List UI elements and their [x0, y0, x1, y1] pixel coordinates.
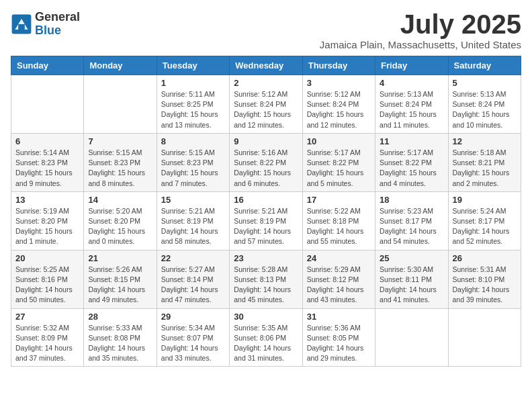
calendar-week-2: 6Sunrise: 5:14 AMSunset: 8:23 PMDaylight…: [11, 133, 521, 191]
calendar-cell: 19Sunrise: 5:24 AMSunset: 8:17 PMDayligh…: [448, 191, 521, 250]
day-detail: Sunrise: 5:18 AMSunset: 8:21 PMDaylight:…: [453, 148, 517, 189]
day-number: 10: [307, 136, 371, 146]
calendar-cell: 28Sunrise: 5:33 AMSunset: 8:08 PMDayligh…: [84, 308, 157, 367]
page-header: General Blue July 2025 Jamaica Plain, Ma…: [11, 11, 521, 50]
day-detail: Sunrise: 5:19 AMSunset: 8:20 PMDaylight:…: [15, 206, 79, 247]
calendar-cell: 5Sunrise: 5:13 AMSunset: 8:24 PMDaylight…: [448, 75, 521, 134]
day-detail: Sunrise: 5:23 AMSunset: 8:17 PMDaylight:…: [380, 206, 443, 247]
calendar-week-4: 20Sunrise: 5:25 AMSunset: 8:16 PMDayligh…: [11, 250, 521, 308]
day-number: 15: [161, 195, 225, 205]
day-detail: Sunrise: 5:22 AMSunset: 8:18 PMDaylight:…: [307, 206, 371, 247]
day-number: 30: [234, 312, 298, 322]
day-number: 26: [453, 253, 517, 263]
calendar-cell: [84, 75, 157, 134]
day-number: 13: [15, 195, 79, 205]
calendar-cell: 4Sunrise: 5:13 AMSunset: 8:24 PMDaylight…: [375, 75, 448, 134]
day-number: 12: [453, 136, 517, 146]
location-text: Jamaica Plain, Massachusetts, United Sta…: [320, 39, 521, 50]
day-number: 1: [161, 78, 225, 88]
logo-general-text: General: [35, 10, 80, 24]
calendar-cell: 7Sunrise: 5:15 AMSunset: 8:23 PMDaylight…: [84, 133, 157, 191]
day-detail: Sunrise: 5:32 AMSunset: 8:09 PMDaylight:…: [15, 323, 79, 364]
day-number: 21: [88, 253, 152, 263]
day-detail: Sunrise: 5:15 AMSunset: 8:23 PMDaylight:…: [161, 148, 225, 189]
calendar-cell: 26Sunrise: 5:31 AMSunset: 8:10 PMDayligh…: [448, 250, 521, 308]
day-number: 27: [15, 312, 79, 322]
calendar-cell: 16Sunrise: 5:21 AMSunset: 8:19 PMDayligh…: [230, 191, 302, 250]
day-detail: Sunrise: 5:29 AMSunset: 8:12 PMDaylight:…: [307, 265, 371, 306]
day-number: 29: [161, 312, 225, 322]
day-detail: Sunrise: 5:13 AMSunset: 8:24 PMDaylight:…: [380, 89, 443, 130]
calendar-cell: 10Sunrise: 5:17 AMSunset: 8:22 PMDayligh…: [302, 133, 375, 191]
title-block: July 2025 Jamaica Plain, Massachusetts, …: [320, 11, 521, 50]
day-number: 25: [380, 253, 443, 263]
day-detail: Sunrise: 5:25 AMSunset: 8:16 PMDaylight:…: [15, 265, 79, 306]
calendar-cell: 21Sunrise: 5:26 AMSunset: 8:15 PMDayligh…: [84, 250, 157, 308]
weekday-header-wednesday: Wednesday: [230, 56, 302, 75]
day-detail: Sunrise: 5:27 AMSunset: 8:14 PMDaylight:…: [161, 265, 225, 306]
day-detail: Sunrise: 5:31 AMSunset: 8:10 PMDaylight:…: [453, 265, 517, 306]
calendar-table: SundayMondayTuesdayWednesdayThursdayFrid…: [11, 56, 521, 367]
day-number: 6: [15, 136, 79, 146]
day-detail: Sunrise: 5:30 AMSunset: 8:11 PMDaylight:…: [380, 265, 443, 306]
logo: General Blue: [11, 11, 80, 38]
calendar-cell: 1Sunrise: 5:11 AMSunset: 8:25 PMDaylight…: [157, 75, 229, 134]
day-detail: Sunrise: 5:11 AMSunset: 8:25 PMDaylight:…: [161, 89, 225, 130]
calendar-cell: 3Sunrise: 5:12 AMSunset: 8:24 PMDaylight…: [302, 75, 375, 134]
calendar-cell: 23Sunrise: 5:28 AMSunset: 8:13 PMDayligh…: [230, 250, 302, 308]
day-detail: Sunrise: 5:17 AMSunset: 8:22 PMDaylight:…: [307, 148, 371, 189]
weekday-header-friday: Friday: [375, 56, 448, 75]
day-number: 17: [307, 195, 371, 205]
calendar-cell: 29Sunrise: 5:34 AMSunset: 8:07 PMDayligh…: [157, 308, 229, 367]
day-detail: Sunrise: 5:16 AMSunset: 8:22 PMDaylight:…: [234, 148, 298, 189]
calendar-week-1: 1Sunrise: 5:11 AMSunset: 8:25 PMDaylight…: [11, 75, 521, 134]
day-number: 7: [88, 136, 152, 146]
calendar-cell: [375, 308, 448, 367]
day-detail: Sunrise: 5:21 AMSunset: 8:19 PMDaylight:…: [161, 206, 225, 247]
day-detail: Sunrise: 5:21 AMSunset: 8:19 PMDaylight:…: [234, 206, 298, 247]
day-number: 9: [234, 136, 298, 146]
day-detail: Sunrise: 5:17 AMSunset: 8:22 PMDaylight:…: [380, 148, 443, 189]
calendar-cell: 2Sunrise: 5:12 AMSunset: 8:24 PMDaylight…: [230, 75, 302, 134]
calendar-cell: 11Sunrise: 5:17 AMSunset: 8:22 PMDayligh…: [375, 133, 448, 191]
calendar-cell: 14Sunrise: 5:20 AMSunset: 8:20 PMDayligh…: [84, 191, 157, 250]
calendar-body: 1Sunrise: 5:11 AMSunset: 8:25 PMDaylight…: [11, 75, 521, 367]
day-detail: Sunrise: 5:15 AMSunset: 8:23 PMDaylight:…: [88, 148, 152, 189]
weekday-header-thursday: Thursday: [302, 56, 375, 75]
weekday-header-row: SundayMondayTuesdayWednesdayThursdayFrid…: [11, 56, 521, 75]
day-number: 5: [453, 78, 517, 88]
day-detail: Sunrise: 5:12 AMSunset: 8:24 PMDaylight:…: [307, 89, 371, 130]
day-detail: Sunrise: 5:36 AMSunset: 8:05 PMDaylight:…: [307, 323, 371, 364]
calendar-cell: [448, 308, 521, 367]
logo-icon: [11, 13, 32, 35]
day-number: 23: [234, 253, 298, 263]
weekday-header-monday: Monday: [84, 56, 157, 75]
day-detail: Sunrise: 5:26 AMSunset: 8:15 PMDaylight:…: [88, 265, 152, 306]
day-detail: Sunrise: 5:35 AMSunset: 8:06 PMDaylight:…: [234, 323, 298, 364]
calendar-week-5: 27Sunrise: 5:32 AMSunset: 8:09 PMDayligh…: [11, 308, 521, 367]
day-detail: Sunrise: 5:28 AMSunset: 8:13 PMDaylight:…: [234, 265, 298, 306]
calendar-cell: 30Sunrise: 5:35 AMSunset: 8:06 PMDayligh…: [230, 308, 302, 367]
calendar-cell: 25Sunrise: 5:30 AMSunset: 8:11 PMDayligh…: [375, 250, 448, 308]
month-title: July 2025: [320, 11, 521, 38]
day-number: 20: [15, 253, 79, 263]
day-number: 28: [88, 312, 152, 322]
calendar-cell: 31Sunrise: 5:36 AMSunset: 8:05 PMDayligh…: [302, 308, 375, 367]
calendar-cell: 24Sunrise: 5:29 AMSunset: 8:12 PMDayligh…: [302, 250, 375, 308]
calendar-cell: [11, 75, 84, 134]
day-detail: Sunrise: 5:14 AMSunset: 8:23 PMDaylight:…: [15, 148, 79, 189]
calendar-cell: 18Sunrise: 5:23 AMSunset: 8:17 PMDayligh…: [375, 191, 448, 250]
day-number: 3: [307, 78, 371, 88]
day-number: 19: [453, 195, 517, 205]
day-number: 22: [161, 253, 225, 263]
calendar-cell: 17Sunrise: 5:22 AMSunset: 8:18 PMDayligh…: [302, 191, 375, 250]
day-number: 24: [307, 253, 371, 263]
day-number: 14: [88, 195, 152, 205]
day-number: 18: [380, 195, 443, 205]
weekday-header-saturday: Saturday: [448, 56, 521, 75]
weekday-header-sunday: Sunday: [11, 56, 84, 75]
calendar-cell: 13Sunrise: 5:19 AMSunset: 8:20 PMDayligh…: [11, 191, 84, 250]
weekday-header-tuesday: Tuesday: [157, 56, 229, 75]
calendar-cell: 6Sunrise: 5:14 AMSunset: 8:23 PMDaylight…: [11, 133, 84, 191]
day-detail: Sunrise: 5:12 AMSunset: 8:24 PMDaylight:…: [234, 89, 298, 130]
